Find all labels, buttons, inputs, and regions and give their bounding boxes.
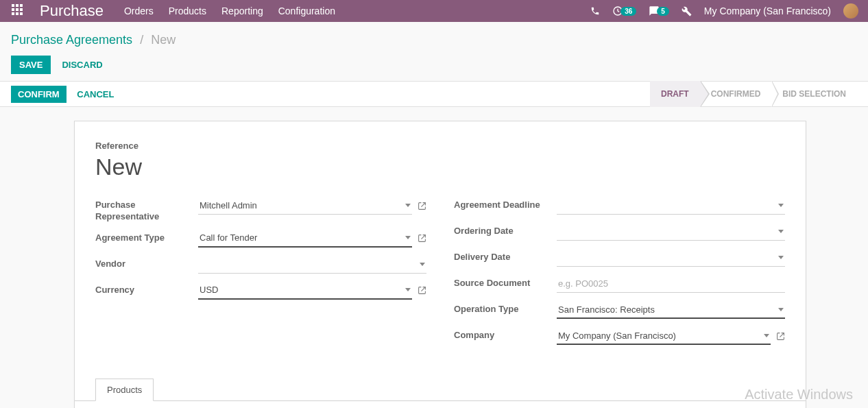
cancel-button[interactable]: CANCEL (77, 89, 114, 99)
external-link-icon[interactable] (776, 332, 785, 341)
form-left-column: Purchase Representative Agreement Type (95, 197, 426, 353)
stage-bid-selection[interactable]: BID SELECTION (771, 81, 857, 107)
company-switcher[interactable]: My Company (San Francisco) (704, 5, 831, 16)
external-link-icon[interactable] (418, 234, 426, 243)
vendor-label: Vendor (95, 256, 198, 270)
activity-badge: 36 (620, 7, 636, 16)
type-label: Agreement Type (95, 230, 198, 244)
windows-watermark: Activate Windows (745, 387, 853, 403)
source-label: Source Document (454, 275, 557, 289)
topbar: Purchase Orders Products Reporting Confi… (0, 0, 868, 22)
form-sheet: Reference New Purchase Representative Ag… (74, 121, 806, 408)
deadline-label: Agreement Deadline (454, 197, 557, 211)
status-bar: CONFIRM CANCEL DRAFT CONFIRMED BID SELEC… (0, 81, 868, 107)
products-table: Product Custom Description Quantity Orde… (75, 400, 806, 408)
company-input[interactable] (558, 331, 761, 341)
app-brand[interactable]: Purchase (40, 2, 104, 20)
deadline-input[interactable] (558, 200, 775, 211)
activity-icon[interactable]: 36 (612, 5, 636, 16)
phone-icon[interactable] (590, 6, 600, 16)
chevron-down-icon[interactable] (764, 334, 769, 337)
form-right-column: Agreement Deadline Ordering Date Deliver… (454, 197, 785, 353)
company-label: Company (454, 327, 557, 341)
confirm-button[interactable]: CONFIRM (11, 86, 67, 103)
delivery-label: Delivery Date (454, 249, 557, 263)
menu-reporting[interactable]: Reporting (221, 5, 263, 16)
messages-icon[interactable]: 5 (649, 5, 669, 16)
notebook-tabs: Products (95, 378, 785, 400)
vendor-input[interactable] (200, 259, 417, 269)
rep-label: Purchase Representative (95, 197, 198, 223)
optype-input[interactable] (558, 304, 775, 315)
menu-products[interactable]: Products (169, 5, 206, 16)
chevron-down-icon[interactable] (405, 204, 411, 207)
chevron-down-icon[interactable] (778, 230, 784, 233)
source-input[interactable] (558, 278, 784, 289)
external-link-icon[interactable] (418, 286, 426, 295)
debug-icon[interactable] (682, 6, 692, 16)
messages-badge: 5 (657, 7, 669, 16)
breadcrumb: Purchase Agreements / New (0, 22, 868, 49)
breadcrumb-separator: / (140, 33, 143, 47)
stage-draft[interactable]: DRAFT (650, 81, 700, 107)
currency-label: Currency (95, 282, 198, 296)
external-link-icon[interactable] (418, 202, 426, 211)
chevron-down-icon[interactable] (405, 288, 411, 291)
ordering-input[interactable] (558, 226, 775, 237)
discard-button[interactable]: DISCARD (62, 60, 102, 70)
apps-icon[interactable] (11, 3, 26, 19)
optype-label: Operation Type (454, 301, 557, 315)
ordering-label: Ordering Date (454, 223, 557, 237)
chevron-down-icon[interactable] (405, 236, 411, 239)
menu-configuration[interactable]: Configuration (278, 5, 335, 16)
tab-products[interactable]: Products (95, 379, 154, 401)
reference-label: Reference (95, 141, 785, 151)
menu-orders[interactable]: Orders (124, 5, 154, 16)
breadcrumb-current: New (151, 33, 176, 47)
user-avatar[interactable] (843, 3, 858, 19)
chevron-down-icon[interactable] (420, 263, 425, 266)
stage-confirmed[interactable]: CONFIRMED (700, 81, 772, 107)
rep-input[interactable] (200, 200, 402, 211)
breadcrumb-parent[interactable]: Purchase Agreements (11, 33, 132, 47)
reference-value: New (95, 154, 785, 180)
delivery-input[interactable] (558, 252, 775, 263)
stage-pipeline: DRAFT CONFIRMED BID SELECTION (650, 81, 857, 107)
save-button[interactable]: SAVE (11, 56, 51, 74)
main-menu: Orders Products Reporting Configuration (124, 5, 335, 16)
form-actions: SAVE DISCARD (0, 49, 868, 81)
chevron-down-icon[interactable] (778, 308, 784, 311)
type-input[interactable] (200, 232, 402, 243)
chevron-down-icon[interactable] (778, 204, 784, 207)
chevron-down-icon[interactable] (778, 256, 784, 259)
currency-input[interactable] (200, 285, 402, 295)
